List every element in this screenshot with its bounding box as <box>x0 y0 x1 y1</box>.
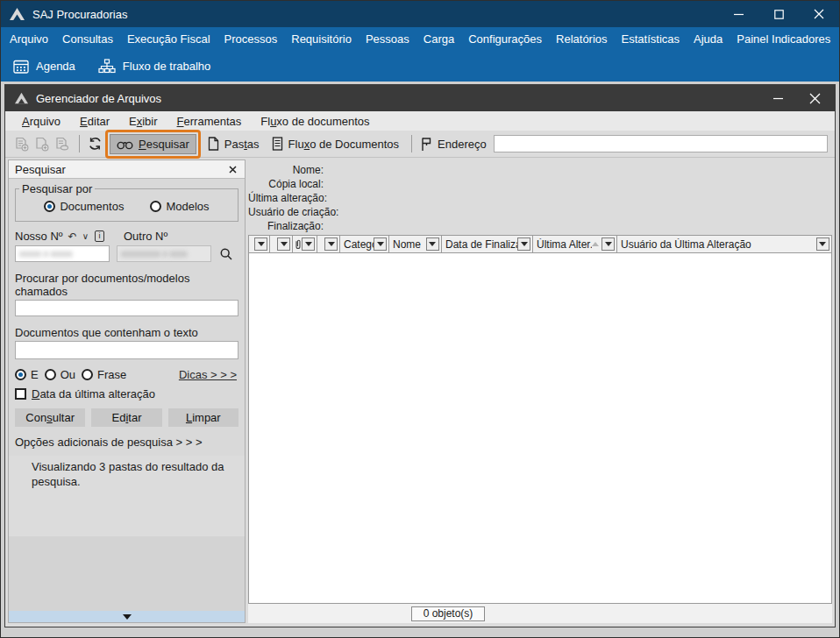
radio-modelos-circle <box>150 201 161 212</box>
column-header-2[interactable] <box>270 236 293 253</box>
saj-logo-icon <box>9 7 25 22</box>
column-header-attachment[interactable] <box>293 236 317 253</box>
outro-numero-input[interactable]: xxxxxxxxx x xxxx <box>117 245 211 262</box>
dropdown-icon <box>305 242 312 246</box>
filter-button[interactable] <box>302 237 315 251</box>
column-header-ultima-alteracao[interactable]: Última Alter... <box>533 236 617 253</box>
child-close-button[interactable] <box>796 85 833 111</box>
maximize-button[interactable] <box>758 1 799 27</box>
filter-button[interactable] <box>254 237 267 251</box>
filter-button[interactable] <box>816 237 829 251</box>
menu-carga[interactable]: Carga <box>416 32 461 46</box>
menu-estatisticas[interactable]: Estatísticas <box>615 32 687 46</box>
column-header-1[interactable] <box>249 236 270 253</box>
filter-button[interactable] <box>374 237 387 251</box>
menu-relatorios[interactable]: Relatórios <box>549 32 615 46</box>
gerenciador-title: Gerenciador de Arquivos <box>36 92 161 105</box>
filter-button[interactable] <box>277 237 290 251</box>
pesquisar-button[interactable]: Pesquisar <box>110 134 196 154</box>
gerenciador-titlebar: Gerenciador de Arquivos <box>5 85 835 111</box>
menu-ajuda[interactable]: Ajuda <box>687 32 730 46</box>
gmenu-fluxo-documentos[interactable]: Fluxo de documentos <box>251 115 379 128</box>
fluxo-documentos-button[interactable]: Fluxo de Documentos <box>266 134 405 153</box>
column-header-usuario-ultima-alteracao[interactable]: Usuário da Última Alteração <box>617 236 832 253</box>
fluxo-trabalho-button[interactable]: Fluxo de trabalho <box>98 59 210 74</box>
menu-configuracoes[interactable]: Configurações <box>461 32 549 46</box>
chevron-down-icon[interactable]: ∨ <box>82 231 89 242</box>
column-header-data-finalizacao[interactable]: Data de Finalização <box>442 236 533 253</box>
contenham-texto-input[interactable] <box>15 341 238 359</box>
pastas-icon <box>208 137 219 151</box>
panel-scroll-down-strip[interactable] <box>9 611 245 622</box>
app-titlebar: SAJ Procuradorias <box>1 1 839 27</box>
menu-processos[interactable]: Processos <box>217 32 285 46</box>
filter-button[interactable] <box>324 237 338 251</box>
menu-requisitorio[interactable]: Requisitório <box>284 32 359 46</box>
column-header-4[interactable] <box>317 236 340 253</box>
dicas-link[interactable]: Dicas > > > <box>179 368 238 381</box>
close-button[interactable] <box>799 1 839 27</box>
detail-ultima-alteracao-label: Última alteração: <box>248 191 324 205</box>
filter-button[interactable] <box>602 237 615 251</box>
pastas-label: Pastas <box>224 138 260 151</box>
procurar-input[interactable] <box>15 300 238 316</box>
pesquisar-por-group: Pesquisar por Documentos Modelos <box>15 188 238 222</box>
opcoes-adicionais-link[interactable]: Opções adicionais de pesquisa > > > <box>15 436 238 449</box>
dropdown-icon <box>281 242 288 246</box>
refresh-button[interactable] <box>86 135 103 152</box>
application-window: SAJ Procuradorias Arquivo Consultas Exec… <box>0 0 840 638</box>
menu-painel-indicadores[interactable]: Painel Indicadores <box>730 32 837 46</box>
radio-frase[interactable]: Frase <box>82 368 126 381</box>
menu-consultas[interactable]: Consultas <box>55 32 120 46</box>
menu-pessoas[interactable]: Pessoas <box>359 32 416 46</box>
search-panel-close-button[interactable] <box>226 163 238 175</box>
gmenu-ferramentas[interactable]: Ferramentas <box>167 115 252 128</box>
hint-icon[interactable]: i <box>95 230 104 242</box>
sort-ascending-icon <box>592 242 599 246</box>
menu-execucao-fiscal[interactable]: Execução Fiscal <box>120 32 217 46</box>
search-magnifier-button[interactable] <box>219 247 233 261</box>
minimize-button[interactable] <box>718 1 758 27</box>
numero-inputs-row: xxxxx x xxxxx xxxxxxxxx x xxxx <box>15 245 238 262</box>
gmenu-exibir[interactable]: Exibir <box>119 115 167 128</box>
search-panel-title: Pesquisar <box>15 163 66 176</box>
dropdown-icon <box>328 242 335 246</box>
undo-icon[interactable]: ↶ <box>68 231 77 242</box>
radio-documentos[interactable]: Documentos <box>44 200 124 213</box>
child-minimize-button[interactable] <box>759 85 796 111</box>
results-grid-body[interactable] <box>248 253 832 603</box>
scroll-down-icon <box>123 614 132 620</box>
pastas-button[interactable]: Pastas <box>202 134 266 153</box>
search-panel-filler <box>9 536 245 611</box>
editar-button[interactable]: Editar <box>91 408 161 427</box>
limpar-button[interactable]: Limpar <box>168 408 238 427</box>
dropdown-icon <box>819 242 826 246</box>
radio-modelos[interactable]: Modelos <box>150 200 209 213</box>
gmenu-arquivo[interactable]: Arquivo <box>12 115 70 128</box>
search-buttons-row: Consultar Editar Limpar <box>15 408 238 427</box>
workflow-icon <box>98 59 116 74</box>
column-header-categoria[interactable]: Categoria <box>340 236 389 253</box>
column-header-nome[interactable]: Nome <box>389 236 442 253</box>
document-options-button[interactable] <box>53 135 70 152</box>
paperclip-icon <box>295 238 302 251</box>
endereco-input[interactable] <box>494 135 828 152</box>
dropdown-icon <box>605 242 612 246</box>
filter-button[interactable] <box>517 237 530 251</box>
agenda-button[interactable]: Agenda <box>13 59 75 74</box>
nosso-numero-input[interactable]: xxxxx x xxxxx <box>15 245 110 262</box>
gmenu-editar[interactable]: Editar <box>70 115 119 128</box>
detail-finalizacao-label: Finalização: <box>248 219 324 233</box>
main-menubar: Arquivo Consultas Execução Fiscal Proces… <box>1 27 839 51</box>
radio-frase-circle <box>82 369 93 380</box>
filter-button[interactable] <box>426 237 439 251</box>
radio-e[interactable]: E <box>15 368 39 381</box>
copy-document-button[interactable] <box>32 135 50 152</box>
contenham-texto-label: Documentos que contenham o texto <box>15 326 238 339</box>
data-alteracao-checkbox-row[interactable]: Data da última alteração <box>15 387 238 401</box>
radio-ou[interactable]: Ou <box>45 368 75 381</box>
menu-arquivo[interactable]: Arquivo <box>3 32 55 46</box>
object-count: 0 objeto(s) <box>411 606 485 621</box>
new-document-button[interactable] <box>12 135 30 152</box>
consultar-button[interactable]: Consultar <box>15 408 85 427</box>
